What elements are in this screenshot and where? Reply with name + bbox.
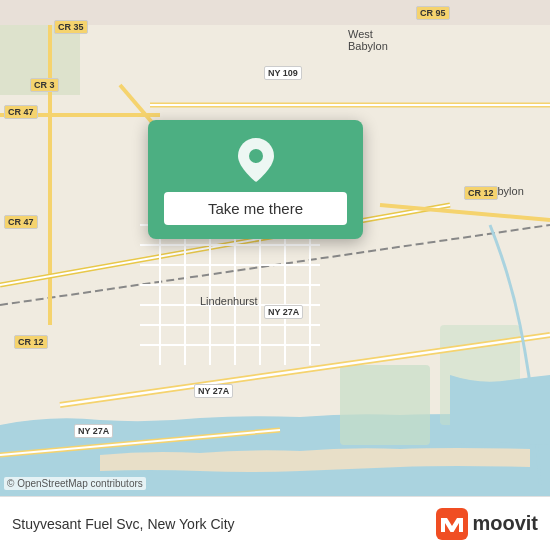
route-ny27a-mid: NY 27A <box>264 305 303 319</box>
route-ny27a-lower: NY 27A <box>194 384 233 398</box>
route-cr12-right: CR 12 <box>464 186 498 200</box>
route-ny109: NY 109 <box>264 66 302 80</box>
attribution-text: © OpenStreetMap contributors <box>7 478 143 489</box>
svg-point-31 <box>249 149 263 163</box>
moovit-logo: moovit <box>436 508 538 540</box>
svg-rect-1 <box>340 365 430 445</box>
route-cr12-left: CR 12 <box>14 335 48 349</box>
route-cr35: CR 35 <box>54 20 88 34</box>
route-ny27a-far: NY 27A <box>74 424 113 438</box>
label-lindenhurst: Lindenhurst <box>200 295 258 307</box>
take-me-there-button[interactable]: Take me there <box>164 192 347 225</box>
bottom-bar: Stuyvesant Fuel Svc, New York City moovi… <box>0 496 550 550</box>
location-pin-icon <box>238 138 274 182</box>
moovit-text: moovit <box>472 512 538 535</box>
route-cr3: CR 3 <box>30 78 59 92</box>
location-title: Stuyvesant Fuel Svc, New York City <box>12 516 436 532</box>
route-cr47-top: CR 47 <box>4 105 38 119</box>
moovit-icon <box>436 508 468 540</box>
route-cr47-bot: CR 47 <box>4 215 38 229</box>
route-cr95: CR 95 <box>416 6 450 20</box>
svg-rect-32 <box>436 508 468 540</box>
label-west-babylon: West <box>348 28 373 40</box>
map-container: West Babylon Babylon Lindenhurst CR 95 C… <box>0 0 550 550</box>
label-babylon-area: Babylon <box>348 40 388 52</box>
map-attribution: © OpenStreetMap contributors <box>4 477 146 490</box>
popup-card: Take me there <box>148 120 363 239</box>
